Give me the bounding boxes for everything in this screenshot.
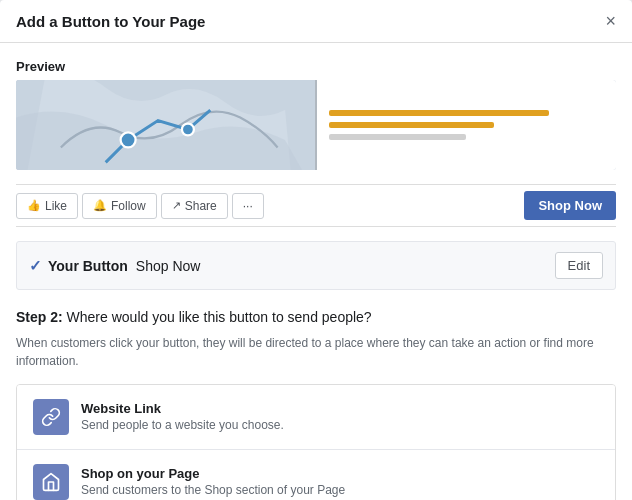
preview-section: Preview bbox=[16, 59, 616, 170]
website-link-icon-bg bbox=[33, 399, 69, 435]
modal-body: Preview bbox=[0, 43, 632, 500]
your-button-left: ✓ Your Button Shop Now bbox=[29, 257, 200, 275]
share-button[interactable]: ↗ Share bbox=[161, 193, 228, 219]
option-shop-on-page[interactable]: Shop on your Page Send customers to the … bbox=[17, 450, 615, 500]
modal-title: Add a Button to Your Page bbox=[16, 13, 205, 30]
thumbs-up-icon: 👍 bbox=[27, 199, 41, 212]
link-icon bbox=[41, 407, 61, 427]
preview-map bbox=[16, 80, 315, 170]
website-link-text: Website Link Send people to a website yo… bbox=[81, 401, 284, 432]
page-actions-left: 👍 Like 🔔 Follow ↗ Share ··· bbox=[16, 193, 264, 219]
bell-icon: 🔔 bbox=[93, 199, 107, 212]
page-actions-bar: 👍 Like 🔔 Follow ↗ Share ··· Shop Now bbox=[16, 184, 616, 227]
edit-button[interactable]: Edit bbox=[555, 252, 603, 279]
step-section: Step 2: Where would you like this button… bbox=[16, 308, 616, 500]
preview-line-1 bbox=[329, 110, 549, 116]
shop-on-page-text: Shop on your Page Send customers to the … bbox=[81, 466, 345, 497]
preview-line-2 bbox=[329, 122, 494, 128]
your-button-row: ✓ Your Button Shop Now Edit bbox=[16, 241, 616, 290]
share-icon: ↗ bbox=[172, 199, 181, 212]
preview-image bbox=[16, 80, 616, 170]
shop-on-page-title: Shop on your Page bbox=[81, 466, 345, 481]
step-heading-rest: Where would you like this button to send… bbox=[63, 309, 372, 325]
shop-on-page-subtitle: Send customers to the Shop section of yo… bbox=[81, 483, 345, 497]
your-button-name: Shop Now bbox=[136, 258, 201, 274]
preview-content-right bbox=[317, 80, 616, 170]
preview-line-3 bbox=[329, 134, 467, 140]
preview-label: Preview bbox=[16, 59, 616, 74]
like-button[interactable]: 👍 Like bbox=[16, 193, 78, 219]
svg-point-1 bbox=[121, 132, 136, 147]
website-link-title: Website Link bbox=[81, 401, 284, 416]
modal: Add a Button to Your Page × Preview bbox=[0, 0, 632, 500]
options-box: Website Link Send people to a website yo… bbox=[16, 384, 616, 500]
website-link-subtitle: Send people to a website you choose. bbox=[81, 418, 284, 432]
svg-point-2 bbox=[182, 124, 194, 136]
shop-icon bbox=[41, 472, 61, 492]
step-description: When customers click your button, they w… bbox=[16, 334, 616, 370]
follow-button[interactable]: 🔔 Follow bbox=[82, 193, 157, 219]
more-button[interactable]: ··· bbox=[232, 193, 264, 219]
step-title: Step 2: Where would you like this button… bbox=[16, 308, 616, 328]
step-heading-strong: Step 2: bbox=[16, 309, 63, 325]
close-button[interactable]: × bbox=[605, 12, 616, 30]
shop-now-button[interactable]: Shop Now bbox=[524, 191, 616, 220]
modal-header: Add a Button to Your Page × bbox=[0, 0, 632, 43]
shop-icon-bg bbox=[33, 464, 69, 500]
checkmark-icon: ✓ bbox=[29, 257, 42, 275]
your-button-label: Your Button bbox=[48, 258, 128, 274]
option-website-link[interactable]: Website Link Send people to a website yo… bbox=[17, 385, 615, 450]
